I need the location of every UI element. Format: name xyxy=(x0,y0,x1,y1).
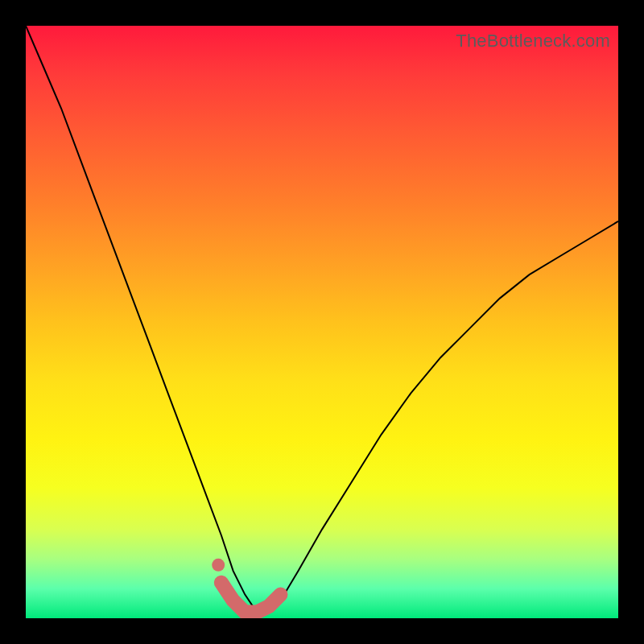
plot-area: TheBottleneck.com xyxy=(26,26,618,618)
highlight-band xyxy=(221,583,281,613)
chart-frame: TheBottleneck.com xyxy=(0,0,644,644)
highlight-dot xyxy=(212,559,225,572)
chart-svg xyxy=(26,26,618,618)
bottleneck-curve xyxy=(26,26,618,613)
